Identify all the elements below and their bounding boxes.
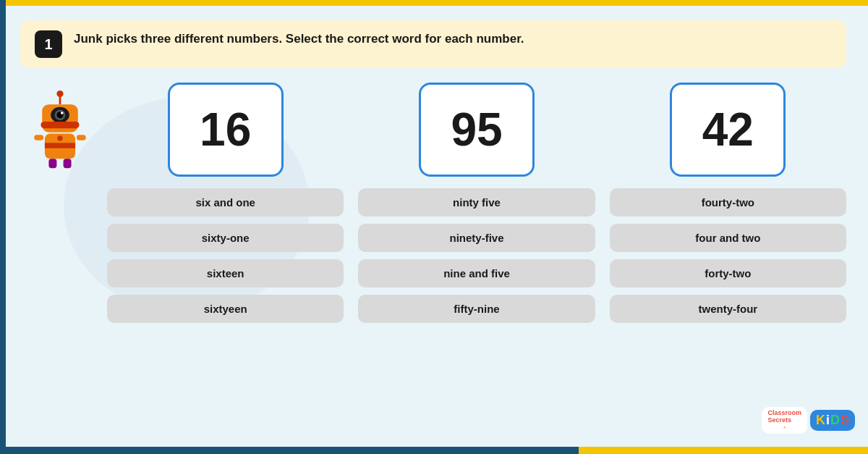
answer-btn-95-3[interactable]: fifty-nine xyxy=(358,295,595,323)
kids-s: S xyxy=(841,413,849,428)
answer-btn-16-3[interactable]: sixtyeen xyxy=(107,295,344,323)
answer-btn-16-1[interactable]: sixty-one xyxy=(107,224,344,252)
question-text: Junk picks three different numbers. Sele… xyxy=(74,30,524,48)
svg-point-14 xyxy=(57,135,62,140)
top-bar xyxy=(0,0,868,6)
content-area: 16 six and one sixty-one sixteen sixtyee… xyxy=(20,83,846,323)
bottom-bar-yellow xyxy=(579,447,868,454)
number-box-42: 42 xyxy=(670,83,786,177)
answer-btn-42-1[interactable]: four and two xyxy=(610,224,846,252)
answer-btn-16-0[interactable]: six and one xyxy=(107,188,344,217)
svg-point-1 xyxy=(56,91,63,97)
answer-btn-95-0[interactable]: ninty five xyxy=(358,188,595,217)
left-bar xyxy=(0,0,6,454)
column-42: 42 fourty-two four and two forty-two twe… xyxy=(610,83,846,323)
kids-i: i xyxy=(826,413,830,428)
svg-rect-7 xyxy=(41,122,79,128)
cs-text: ClassroomSecrets xyxy=(767,410,801,424)
kids-badge: K i D S xyxy=(810,410,855,431)
svg-rect-10 xyxy=(48,159,56,168)
bottom-bar-blue xyxy=(0,447,579,454)
branding: ClassroomSecrets + K i D S xyxy=(762,407,855,434)
kids-k: K xyxy=(816,413,825,428)
kids-d: D xyxy=(830,413,840,428)
column-16: 16 six and one sixty-one sixteen sixtyee… xyxy=(107,83,344,323)
answer-btn-95-2[interactable]: nine and five xyxy=(358,259,595,287)
classroom-secrets-logo: ClassroomSecrets + xyxy=(762,407,807,434)
number-box-16: 16 xyxy=(168,83,284,177)
cs-plus: + xyxy=(783,424,786,431)
main-content: 1 Junk picks three different numbers. Se… xyxy=(6,6,868,447)
answer-btn-95-1[interactable]: ninety-five xyxy=(358,224,595,252)
app-wrapper: 1 Junk picks three different numbers. Se… xyxy=(0,0,868,454)
svg-rect-9 xyxy=(45,143,75,148)
answer-btn-42-2[interactable]: forty-two xyxy=(610,259,846,287)
svg-rect-13 xyxy=(77,135,86,140)
answer-btn-42-0[interactable]: fourty-two xyxy=(610,188,846,217)
svg-rect-11 xyxy=(64,159,72,168)
svg-point-6 xyxy=(61,112,64,114)
question-header: 1 Junk picks three different numbers. Se… xyxy=(20,20,846,68)
answer-btn-42-3[interactable]: twenty-four xyxy=(610,295,846,323)
column-95: 95 ninty five ninety-five nine and five … xyxy=(358,83,595,323)
columns-wrapper: 16 six and one sixty-one sixteen sixtyee… xyxy=(107,83,846,323)
svg-rect-12 xyxy=(34,135,43,140)
question-number: 1 xyxy=(35,30,62,58)
answer-btn-16-2[interactable]: sixteen xyxy=(107,259,344,287)
number-box-95: 95 xyxy=(419,83,535,177)
